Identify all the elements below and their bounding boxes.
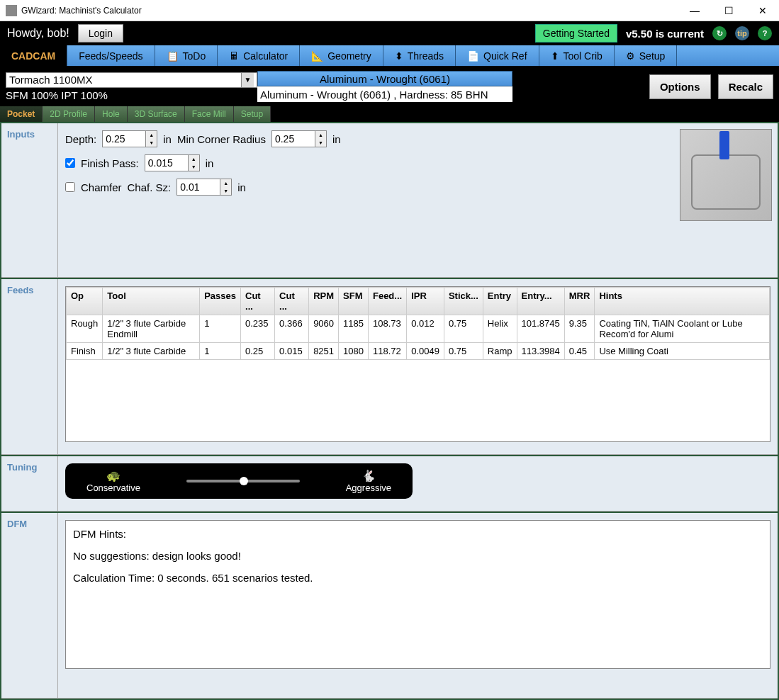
depth-field[interactable] bbox=[103, 131, 145, 147]
dfm-section-label: DFM bbox=[1, 513, 58, 699]
tab-todo[interactable]: 📋ToDo bbox=[155, 45, 218, 66]
cell-tool: 1/2" 3 flute Carbide bbox=[103, 343, 200, 360]
finish-down[interactable]: ▼ bbox=[189, 163, 199, 171]
cell-passes: 1 bbox=[200, 343, 241, 360]
dropdown-arrow-icon[interactable]: ▼ bbox=[241, 73, 254, 87]
subtab-setup[interactable]: Setup bbox=[234, 106, 271, 122]
dfm-hints-box: DFM Hints: No suggestions: design looks … bbox=[65, 520, 770, 669]
column-header[interactable]: Tool bbox=[103, 288, 200, 315]
mcr-input[interactable]: ▲▼ bbox=[271, 130, 327, 147]
mcr-down[interactable]: ▼ bbox=[315, 139, 326, 147]
finish-field[interactable] bbox=[145, 155, 188, 171]
options-button[interactable]: Options bbox=[649, 74, 711, 99]
column-header[interactable]: SFM bbox=[339, 288, 369, 315]
machine-select[interactable]: Tormach 1100MX ▼ bbox=[6, 72, 257, 88]
aggressive-label: Aggressive bbox=[346, 482, 391, 493]
chamfer-field[interactable] bbox=[177, 179, 220, 195]
subtab--d-surface[interactable]: 3D Surface bbox=[128, 106, 185, 122]
getting-started-button[interactable]: Getting Started bbox=[535, 24, 617, 43]
subtab--d-profile[interactable]: 2D Profile bbox=[43, 106, 95, 122]
subtab-pocket[interactable]: Pocket bbox=[0, 106, 43, 122]
cell-mrr: 9.35 bbox=[564, 315, 595, 343]
column-header[interactable]: Feed... bbox=[368, 288, 406, 315]
tab-cadcam[interactable]: CADCAM bbox=[0, 45, 67, 66]
titlebar: GWizard: Machinist's Calculator — ☐ ✕ bbox=[0, 0, 779, 21]
depth-input[interactable]: ▲▼ bbox=[102, 130, 157, 147]
main-area: Inputs Depth: ▲▼ in Min Corner Radius ▲▼… bbox=[0, 122, 779, 700]
tab-geometry[interactable]: 📐Geometry bbox=[300, 45, 383, 66]
inputs-section-label: Inputs bbox=[1, 123, 58, 278]
table-row[interactable]: Rough1/2" 3 flute Carbide Endmill10.2350… bbox=[67, 315, 770, 343]
geometry-icon: 📐 bbox=[311, 50, 323, 62]
tuning-panel: 🐢 Conservative 🐇 Aggressive bbox=[58, 456, 778, 512]
maximize-button[interactable]: ☐ bbox=[718, 4, 739, 18]
cell-cut2: 0.366 bbox=[275, 315, 309, 343]
tab-calculator[interactable]: 🖩Calculator bbox=[218, 45, 300, 66]
column-header[interactable]: Entry bbox=[483, 288, 517, 315]
login-button[interactable]: Login bbox=[78, 24, 123, 43]
column-header[interactable]: Cut ... bbox=[275, 288, 309, 315]
recalc-button[interactable]: Recalc bbox=[718, 74, 773, 99]
column-header[interactable]: Hints bbox=[595, 288, 770, 315]
tuning-slider-box: 🐢 Conservative 🐇 Aggressive bbox=[65, 463, 413, 499]
version-label: v5.50 is current bbox=[626, 28, 704, 40]
subtab-face-mill[interactable]: Face Mill bbox=[185, 106, 234, 122]
tab-label: Tool Crib bbox=[564, 50, 603, 62]
help-icon[interactable]: ? bbox=[758, 26, 772, 40]
depth-up[interactable]: ▲ bbox=[146, 131, 157, 139]
mcr-up[interactable]: ▲ bbox=[315, 131, 326, 139]
tab-quick-ref[interactable]: 📄Quick Ref bbox=[456, 45, 539, 66]
cell-op: Rough bbox=[67, 315, 103, 343]
chamfer-input[interactable]: ▲▼ bbox=[176, 179, 232, 196]
chamfer-label: Chamfer bbox=[81, 181, 122, 193]
column-header[interactable]: IPR bbox=[407, 288, 444, 315]
column-header[interactable]: Stick... bbox=[444, 288, 483, 315]
chamfer-sz-label: Chaf. Sz: bbox=[128, 181, 172, 193]
mcr-field[interactable] bbox=[272, 131, 315, 147]
cell-entry: Ramp bbox=[483, 343, 517, 360]
rabbit-icon: 🐇 bbox=[346, 469, 391, 482]
cell-rpm: 9060 bbox=[309, 315, 339, 343]
inputs-panel: Depth: ▲▼ in Min Corner Radius ▲▼ in bbox=[58, 123, 778, 278]
tab-threads[interactable]: ⬍Threads bbox=[383, 45, 456, 66]
turtle-icon: 🐢 bbox=[86, 469, 140, 482]
minimize-button[interactable]: — bbox=[684, 4, 705, 18]
tab-setup[interactable]: ⚙Setup bbox=[615, 45, 678, 66]
chamfer-down[interactable]: ▼ bbox=[220, 187, 231, 195]
cell-entry: Helix bbox=[483, 315, 517, 343]
chamfer-up[interactable]: ▲ bbox=[220, 179, 231, 187]
cell-sfm: 1080 bbox=[339, 343, 369, 360]
refresh-icon[interactable]: ↻ bbox=[712, 26, 727, 40]
sub-bar: Tormach 1100MX ▼ SFM 100% IPT 100% Alumi… bbox=[0, 67, 779, 106]
calculator-icon: 🖩 bbox=[229, 50, 239, 62]
column-header[interactable]: Passes bbox=[200, 288, 241, 315]
tab-label: Geometry bbox=[327, 50, 371, 62]
quick-ref-icon: 📄 bbox=[467, 50, 479, 62]
column-header[interactable]: RPM bbox=[309, 288, 339, 315]
feeds-section-label: Feeds bbox=[1, 279, 58, 455]
mcr-label: Min Corner Radius bbox=[177, 133, 266, 145]
column-header[interactable]: MRR bbox=[564, 288, 595, 315]
table-row[interactable]: Finish1/2" 3 flute Carbide10.250.0158251… bbox=[67, 343, 770, 360]
tab-tool-crib[interactable]: ⬆Tool Crib bbox=[539, 45, 615, 66]
tab-feeds-speeds[interactable]: Feeds/Speeds bbox=[67, 45, 155, 66]
tool-crib-icon: ⬆ bbox=[551, 50, 559, 62]
column-header[interactable]: Entry... bbox=[517, 288, 564, 315]
slider-thumb[interactable] bbox=[240, 477, 248, 485]
tab-label: Calculator bbox=[243, 50, 288, 62]
cell-cut2: 0.015 bbox=[275, 343, 309, 360]
finish-input[interactable]: ▲▼ bbox=[145, 154, 200, 171]
cell-op: Finish bbox=[67, 343, 103, 360]
finish-checkbox[interactable] bbox=[65, 158, 75, 168]
column-header[interactable]: Op bbox=[67, 288, 103, 315]
finish-up[interactable]: ▲ bbox=[189, 155, 199, 163]
chamfer-checkbox[interactable] bbox=[65, 182, 75, 192]
feeds-table[interactable]: OpToolPassesCut ...Cut ...RPMSFMFeed...I… bbox=[65, 286, 770, 442]
tuning-slider[interactable] bbox=[186, 480, 300, 482]
depth-down[interactable]: ▼ bbox=[146, 139, 157, 147]
material-button[interactable]: Aluminum - Wrought (6061) bbox=[257, 71, 512, 86]
subtab-hole[interactable]: Hole bbox=[95, 106, 128, 122]
close-button[interactable]: ✕ bbox=[752, 4, 773, 18]
tip-icon[interactable]: tip bbox=[735, 26, 749, 40]
column-header[interactable]: Cut ... bbox=[241, 288, 275, 315]
